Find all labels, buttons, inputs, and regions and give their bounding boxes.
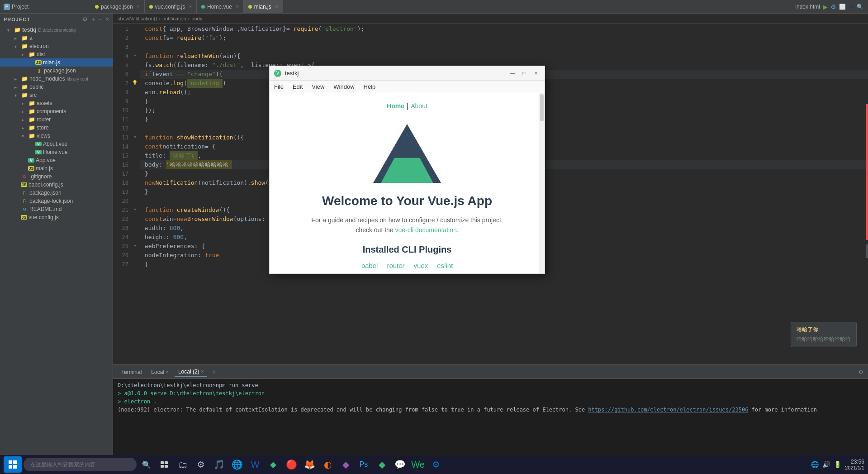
taskbar-app-chat[interactable]: 💬 bbox=[392, 456, 408, 473]
tree-item-dist[interactable]: ▸ 📁 dist bbox=[0, 50, 113, 58]
search-button[interactable]: 🔍 bbox=[857, 4, 863, 10]
tab-mian-js[interactable]: mian.js × bbox=[244, 0, 283, 13]
tree-item-a[interactable]: ▸ 📁 a bbox=[0, 34, 113, 42]
taskbar-app-settings2[interactable]: ⚙ bbox=[428, 456, 444, 473]
overlay-close[interactable]: × bbox=[532, 69, 540, 77]
taskbar-app-photoshop[interactable]: Ps bbox=[356, 456, 372, 473]
bottom-tab-close-local2[interactable]: × bbox=[201, 369, 204, 374]
tree-item-root-package[interactable]: {} package.json bbox=[0, 189, 113, 197]
taskbar-search-icon[interactable]: 🔍 bbox=[138, 456, 155, 473]
tree-item-testkj[interactable]: ▾ 📁 testkj D:\dtelectron\testkj bbox=[0, 26, 113, 34]
overlay-menu-help[interactable]: Help bbox=[364, 83, 376, 90]
taskbar-app-word[interactable]: W bbox=[247, 456, 263, 473]
minimize-button[interactable]: — bbox=[849, 4, 854, 10]
overlay-window[interactable]: V testkj — □ × File Edit View Window Hel… bbox=[269, 66, 545, 274]
tree-item-readme[interactable]: M README.md bbox=[0, 205, 113, 213]
settings-icon[interactable]: ⚙ bbox=[82, 16, 88, 23]
split-button[interactable]: ⬜ bbox=[839, 4, 846, 10]
taskbar-app-orange[interactable]: ◐ bbox=[319, 456, 336, 473]
taskbar-start-button[interactable] bbox=[4, 456, 22, 473]
terminal-settings[interactable]: ⚙ bbox=[859, 369, 863, 375]
tree-item-app-vue[interactable]: V App.vue bbox=[0, 156, 113, 164]
tree-item-main-js[interactable]: JS main.js bbox=[0, 164, 113, 172]
terminal-content[interactable]: D:\dtelectron\testkj\electron>npm run se… bbox=[113, 379, 868, 464]
overlay-menu-window[interactable]: Window bbox=[333, 83, 354, 90]
tree-item-views[interactable]: ▾ 📁 views bbox=[0, 132, 113, 140]
bottom-tab-local[interactable]: Local × bbox=[147, 368, 172, 376]
gutter-25[interactable]: ▾ bbox=[131, 241, 138, 250]
taskbar-app-green[interactable]: ◆ bbox=[265, 456, 281, 473]
taskbar-battery-icon[interactable]: 🔋 bbox=[834, 461, 841, 468]
tree-item-mian-js[interactable]: JS mian.js bbox=[0, 58, 113, 67]
tab-vue-config[interactable]: vue.config.js × bbox=[145, 0, 197, 13]
overlay-headline: Welcome to Your Vue.js App bbox=[322, 194, 492, 208]
minus-icon[interactable]: − bbox=[99, 16, 102, 23]
tree-item-components[interactable]: ▸ 📁 components bbox=[0, 107, 113, 115]
taskbar-search-input[interactable] bbox=[24, 458, 137, 471]
tree-item-electron-package[interactable]: {} package.json bbox=[0, 67, 113, 75]
taskbar-app-purple[interactable]: ◆ bbox=[337, 456, 354, 473]
bottom-tab-terminal[interactable]: Terminal bbox=[118, 368, 145, 376]
tree-item-package-lock[interactable]: {} package-lock.json bbox=[0, 197, 113, 205]
tree-item-electron[interactable]: ▾ 📁 electron bbox=[0, 42, 113, 50]
tab-package-json[interactable]: package.json × bbox=[90, 0, 145, 13]
taskbar-app-we[interactable]: We bbox=[410, 456, 426, 473]
taskbar-app-edge[interactable]: 🌐 bbox=[229, 456, 245, 473]
tab-home-vue[interactable]: Home.vue × bbox=[197, 0, 244, 13]
overlay-scrollbar[interactable] bbox=[539, 93, 545, 273]
taskbar-app-filemanager[interactable]: 🗂 bbox=[175, 456, 191, 473]
overlay-menu-file[interactable]: File bbox=[274, 83, 284, 90]
taskbar-app-music[interactable]: 🎵 bbox=[211, 456, 227, 473]
taskbar-datetime[interactable]: 23:56 2021/1/1 bbox=[845, 459, 864, 470]
gutter-21[interactable]: ▾ bbox=[131, 205, 138, 214]
overlay-menu-edit[interactable]: Edit bbox=[293, 83, 303, 90]
tree-item-store[interactable]: ▸ 📁 store bbox=[0, 124, 113, 132]
bottom-tab-label-terminal: Terminal bbox=[121, 369, 142, 375]
breadcrumb-sep1: › bbox=[159, 16, 161, 21]
topbar-file: index.html bbox=[795, 4, 820, 10]
tree-item-assets[interactable]: ▸ 📁 assets bbox=[0, 99, 113, 107]
overlay-minimize[interactable]: — bbox=[508, 69, 517, 77]
bottom-tab-close-local[interactable]: × bbox=[166, 369, 169, 374]
tree-item-babel-config[interactable]: JS babel.config.js bbox=[0, 181, 113, 189]
tree-item-about-vue[interactable]: V About.vue bbox=[0, 140, 113, 148]
tree-item-node-modules[interactable]: ▸ 📁 node_modules library root bbox=[0, 75, 113, 83]
overlay-plugin-vuex[interactable]: vuex bbox=[414, 262, 428, 269]
overlay-nav-home[interactable]: Home bbox=[387, 102, 404, 110]
gutter-13[interactable]: ▾ bbox=[131, 132, 138, 141]
debug-button[interactable]: ⚙ bbox=[830, 3, 836, 10]
overlay-maximize[interactable]: □ bbox=[520, 69, 528, 77]
taskbar-app-firefox[interactable]: 🦊 bbox=[301, 456, 318, 473]
terminal-warning-link[interactable]: https://github.com/electron/electron/iss… bbox=[588, 407, 748, 413]
overlay-nav-about[interactable]: About bbox=[411, 102, 427, 110]
tree-item-gitignore[interactable]: G .gitignore bbox=[0, 172, 113, 181]
taskbar-network-icon[interactable]: 🌐 bbox=[811, 461, 819, 468]
overlay-plugin-babel[interactable]: babel bbox=[361, 262, 378, 269]
overlay-doc-link[interactable]: vue-cli documentation bbox=[395, 226, 457, 234]
bottom-tab-local2[interactable]: Local (2) × bbox=[175, 368, 208, 377]
add-icon[interactable]: + bbox=[91, 16, 95, 23]
run-button[interactable]: ▶ bbox=[823, 3, 828, 10]
tree-item-vue-config[interactable]: JS vue.config.js bbox=[0, 213, 113, 221]
taskbar-task-view[interactable] bbox=[157, 456, 173, 473]
gutter-4[interactable]: ▾ bbox=[131, 51, 138, 60]
close-icon[interactable]: × bbox=[105, 16, 109, 23]
tab-close-vueconfig[interactable]: × bbox=[189, 4, 192, 9]
taskbar-sound-icon[interactable]: 🔊 bbox=[822, 461, 830, 468]
taskbar-app-settings[interactable]: ⚙ bbox=[193, 456, 209, 473]
tab-close-home[interactable]: × bbox=[236, 4, 239, 9]
add-terminal-button[interactable]: + bbox=[212, 368, 216, 376]
overlay-menu-view[interactable]: View bbox=[312, 83, 324, 90]
tree-item-public[interactable]: ▸ 📁 public bbox=[0, 83, 113, 91]
tab-close-package[interactable]: × bbox=[137, 4, 140, 9]
taskbar-app-chrome[interactable]: 🔴 bbox=[283, 456, 299, 473]
tab-close-mian[interactable]: × bbox=[275, 4, 278, 9]
tree-item-router[interactable]: ▸ 📁 router bbox=[0, 115, 113, 124]
overlay-plugin-eslint[interactable]: eslint bbox=[437, 262, 453, 269]
tree-item-home-vue[interactable]: V Home.vue bbox=[0, 148, 113, 156]
taskbar-app-green2[interactable]: ◆ bbox=[374, 456, 390, 473]
overlay-plugin-router[interactable]: router bbox=[387, 262, 404, 269]
tree-item-src[interactable]: ▾ 📁 src bbox=[0, 91, 113, 99]
svg-rect-10 bbox=[165, 465, 168, 468]
svg-rect-6 bbox=[13, 465, 17, 469]
